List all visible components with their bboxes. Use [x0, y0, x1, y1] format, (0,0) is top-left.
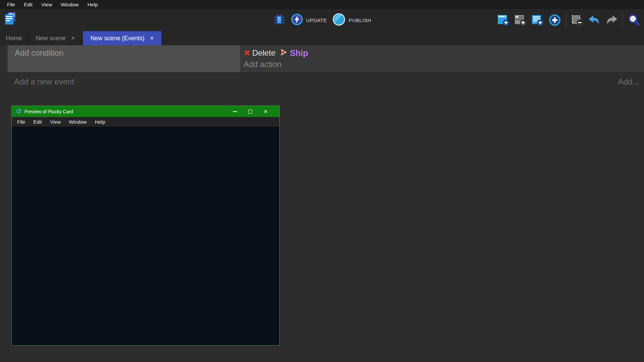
add-action-area[interactable]: Add action: [244, 60, 644, 69]
ship-icon: [280, 48, 288, 58]
preview-menu-edit[interactable]: Edit: [29, 117, 46, 127]
choose-add-event-icon[interactable]: [548, 13, 561, 27]
window-controls: ✕: [227, 106, 279, 117]
add-condition-area[interactable]: Add condition: [8, 45, 240, 72]
actions-column: ✖ Delete Ship: [240, 45, 644, 72]
main-toolbar: UPDATE PUBLISH: [0, 9, 644, 31]
add-event-icon[interactable]: [497, 13, 510, 27]
preview-menu-window[interactable]: Window: [65, 117, 91, 127]
events-sheet: Add condition ✖ Delete: [0, 45, 644, 362]
add-subevent-icon[interactable]: [514, 13, 527, 27]
preview-canvas[interactable]: [12, 127, 279, 345]
redo-icon[interactable]: [605, 13, 618, 27]
close-tab-icon[interactable]: ✕: [150, 36, 154, 41]
add-more-button[interactable]: Add...: [618, 77, 639, 86]
search-icon[interactable]: [627, 13, 641, 27]
menu-view[interactable]: View: [37, 0, 56, 9]
update-label: UPDATE: [306, 17, 327, 23]
tab-label: New scene (Events): [91, 35, 145, 42]
undo-icon[interactable]: [588, 13, 601, 27]
toolbar-divider: [566, 13, 566, 27]
preview-menu-view[interactable]: View: [46, 117, 65, 127]
preview-window: Preview of Plucky Card ✕ File Edit View …: [11, 106, 280, 346]
tab-label: New scene: [36, 35, 66, 42]
event-row[interactable]: Add condition ✖ Delete: [5, 45, 644, 72]
tabbar: Home New scene ✕ New scene (Events) ✕: [0, 31, 644, 45]
delete-selection-icon[interactable]: [571, 13, 584, 27]
preview-titlebar[interactable]: Preview of Plucky Card ✕: [12, 106, 279, 117]
menu-edit[interactable]: Edit: [19, 0, 37, 9]
publish-label: PUBLISH: [349, 17, 371, 23]
publish-icon: [332, 13, 346, 27]
minimize-button[interactable]: [227, 106, 243, 117]
maximize-button[interactable]: [243, 106, 258, 117]
tab-new-scene[interactable]: New scene ✕: [29, 31, 82, 45]
tab-label: Home: [6, 35, 22, 42]
update-button[interactable]: UPDATE: [291, 13, 327, 27]
add-condition-placeholder: Add condition: [15, 48, 63, 57]
menu-window[interactable]: Window: [56, 0, 83, 9]
add-comment-icon[interactable]: [531, 13, 544, 27]
publish-button[interactable]: PUBLISH: [332, 13, 371, 27]
tab-new-scene-events[interactable]: New scene (Events) ✕: [83, 31, 161, 45]
toolbar-divider: [623, 13, 623, 27]
preview-menu-file[interactable]: File: [13, 117, 29, 127]
delete-action-label: Delete: [252, 48, 275, 58]
event-gutter: [5, 45, 8, 72]
preview-title: Preview of Plucky Card: [24, 109, 73, 114]
project-manager-icon[interactable]: [4, 11, 16, 25]
ship-action-label: Ship: [290, 48, 308, 58]
close-tab-icon[interactable]: ✕: [71, 36, 75, 41]
debug-icon[interactable]: [273, 13, 285, 27]
add-event-row: Add a new event Add...: [5, 72, 639, 92]
gdevelop-window: File Edit View Window Help: [0, 0, 644, 362]
close-button[interactable]: ✕: [258, 106, 273, 117]
gdevelop-logo-icon: [16, 108, 22, 115]
delete-action[interactable]: ✖ Delete: [244, 48, 275, 58]
toolbar-center-group: UPDATE PUBLISH: [273, 9, 371, 31]
add-action-placeholder: Add action: [244, 60, 281, 69]
delete-x-icon: ✖: [244, 49, 251, 57]
toolbar-right-group: [497, 9, 641, 31]
main-menubar: File Edit View Window Help: [0, 0, 644, 9]
add-new-event-button[interactable]: Add a new event: [14, 77, 74, 86]
preview-menu-help[interactable]: Help: [91, 117, 109, 127]
tab-home[interactable]: Home: [0, 31, 28, 45]
menu-help[interactable]: Help: [83, 0, 102, 9]
menu-file[interactable]: File: [3, 0, 19, 9]
ship-action[interactable]: Ship: [280, 48, 308, 58]
update-icon: [291, 13, 303, 27]
minimize-icon: [233, 111, 237, 112]
action-line: ✖ Delete Ship: [244, 47, 644, 59]
preview-menubar: File Edit View Window Help: [12, 117, 279, 127]
maximize-icon: [248, 110, 252, 114]
